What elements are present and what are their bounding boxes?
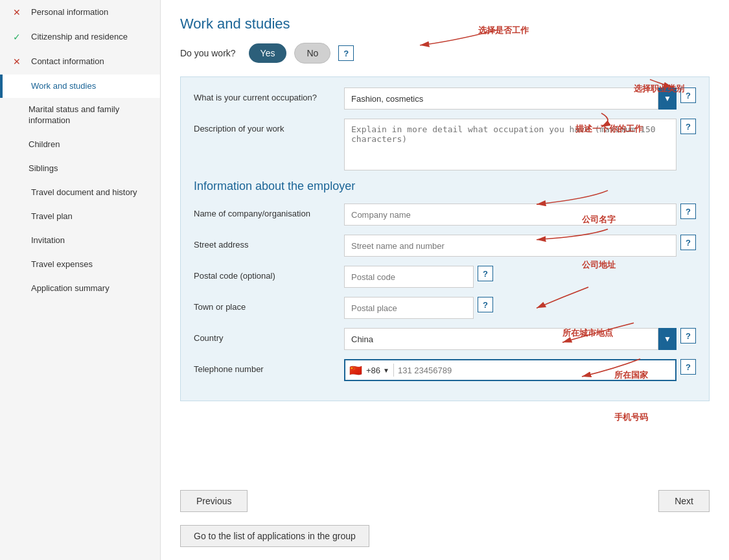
sidebar-item-label: Siblings [29,163,58,174]
phone-dropdown-arrow[interactable]: ▼ [383,367,393,374]
work-help-button[interactable]: ? [338,45,354,61]
country-help-button[interactable]: ? [680,328,696,344]
main-content: Work and studies Do you work? Yes No ? W… [161,0,729,560]
work-question-row: Do you work? Yes No ? [180,43,710,64]
sidebar-item-personal-information[interactable]: ✕ Personal information [0,0,160,25]
country-control: China ▼ ? [344,328,696,350]
sidebar-item-label: Marital status and family information [29,104,150,126]
sidebar-item-label: Citizenship and residence [31,32,128,43]
description-textarea[interactable] [344,119,677,170]
postal-code-help-button[interactable]: ? [478,266,493,281]
telephone-help-button[interactable]: ? [680,359,696,375]
street-address-row: Street address ? [194,235,696,257]
annotation-phone: 手机号码 [614,412,648,423]
sidebar-item-marital-status[interactable]: Marital status and family information [0,98,160,133]
sidebar-item-label: Application summary [31,283,110,294]
sidebar-item-invitation[interactable]: Invitation [0,229,160,253]
postal-code-control: ? [344,266,696,288]
telephone-control: 🇨🇳 +86 ▼ ? [344,359,696,381]
sidebar-item-work-and-studies[interactable]: Work and studies [0,75,160,99]
sidebar-item-travel-plan[interactable]: Travel plan [0,205,160,229]
occupation-select[interactable]: Fashion, cosmetics [344,88,658,110]
phone-divider [393,364,394,377]
country-select-arrow[interactable]: ▼ [658,328,677,350]
error-icon: ✕ [13,56,26,67]
postal-code-label: Postal code (optional) [194,266,336,281]
occupation-label: What is your current occupation? [194,88,336,102]
occupation-help-button[interactable]: ? [680,88,696,103]
town-row: Town or place ? [194,297,696,319]
sidebar-item-label: Invitation [31,235,65,246]
town-help-button[interactable]: ? [478,297,493,312]
postal-code-input[interactable] [344,266,474,288]
town-label: Town or place [194,297,336,312]
phone-code: +86 [366,366,383,375]
sidebar-item-children[interactable]: Children [0,133,160,157]
success-icon: ✓ [13,31,26,43]
telephone-row: Telephone number 🇨🇳 +86 ▼ ? [194,359,696,381]
street-address-help-button[interactable]: ? [680,235,696,250]
company-name-label: Name of company/organisation [194,204,336,218]
next-button[interactable]: Next [658,490,710,512]
company-name-control: ? [344,204,696,226]
description-label: Description of your work [194,119,336,134]
sidebar-item-label: Contact information [31,56,104,67]
occupation-row: What is your current occupation? Fashion… [194,88,696,110]
sidebar-item-application-summary[interactable]: Application summary [0,277,160,301]
sidebar-item-label: Travel plan [31,211,73,222]
yes-button[interactable]: Yes [249,43,287,63]
sidebar: ✕ Personal information ✓ Citizenship and… [0,0,161,560]
country-select[interactable]: China [344,328,658,350]
phone-input-wrap: 🇨🇳 +86 ▼ [344,359,677,381]
occupation-select-arrow[interactable]: ▼ [658,88,677,110]
employer-section-title: Information about the employer [194,180,696,193]
occupation-control: Fashion, cosmetics ▼ ? [344,88,696,110]
company-name-help-button[interactable]: ? [680,204,696,219]
phone-number-input[interactable] [398,366,675,375]
street-address-input[interactable] [344,235,677,257]
sidebar-item-siblings[interactable]: Siblings [0,157,160,181]
work-question-label: Do you work? [180,48,236,58]
country-row: Country China ▼ ? [194,328,696,350]
group-link-button[interactable]: Go to the list of applications in the gr… [180,525,369,547]
town-control: ? [344,297,696,319]
description-help-button[interactable]: ? [680,119,696,134]
occupation-select-wrap: Fashion, cosmetics ▼ [344,88,677,110]
country-label: Country [194,328,336,343]
sidebar-item-label: Work and studies [31,81,96,92]
town-input[interactable] [344,297,474,319]
street-address-control: ? [344,235,696,257]
company-name-row: Name of company/organisation ? [194,204,696,226]
sidebar-item-travel-expenses[interactable]: Travel expenses [0,253,160,277]
phone-flag-icon: 🇨🇳 [345,364,366,377]
sidebar-item-label: Personal information [31,7,108,18]
sidebar-item-contact-information[interactable]: ✕ Contact information [0,49,160,74]
bottom-bar: Previous Next [161,477,729,525]
telephone-label: Telephone number [194,359,336,374]
description-row: Description of your work ? [194,119,696,170]
sidebar-item-label: Travel expenses [31,259,93,270]
description-control: ? [344,119,696,170]
page-title: Work and studies [180,16,710,32]
sidebar-item-label: Children [29,139,60,150]
sidebar-item-label: Travel document and history [31,187,137,198]
street-address-label: Street address [194,235,336,250]
postal-code-row: Postal code (optional) ? [194,266,696,288]
country-select-wrap: China ▼ [344,328,677,350]
sidebar-item-travel-document-and-history[interactable]: Travel document and history [0,181,160,205]
work-form-section: What is your current occupation? Fashion… [180,76,710,401]
error-icon: ✕ [13,6,26,18]
previous-button[interactable]: Previous [180,490,248,512]
no-button[interactable]: No [294,43,330,64]
sidebar-item-citizenship-and-residence[interactable]: ✓ Citizenship and residence [0,25,160,49]
company-name-input[interactable] [344,204,677,226]
